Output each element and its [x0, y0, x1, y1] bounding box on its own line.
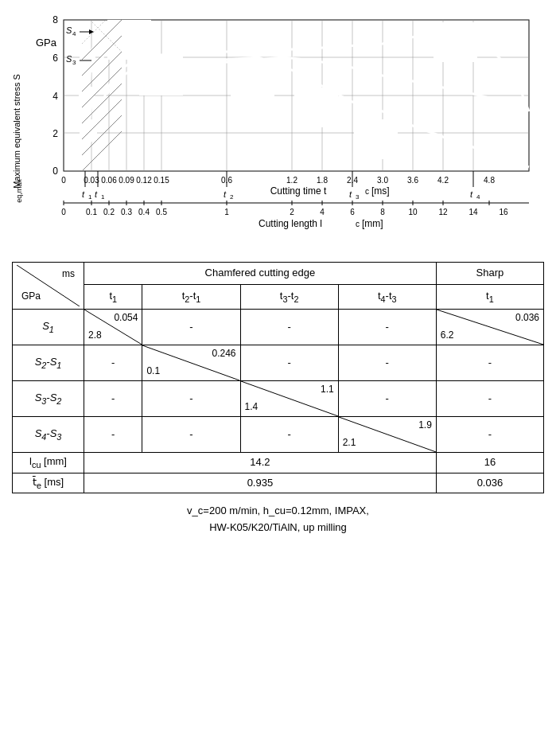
- t1-second-label: t: [95, 189, 98, 199]
- footer-line1: v_c=200 m/min, h_cu=0.12mm, IMPAX,: [12, 503, 544, 520]
- row-s4s3: S4-S3 - - - 1.9 2.1 -: [13, 417, 544, 453]
- col-t4t3: t4-t3: [338, 285, 436, 310]
- s4-sub: 4: [72, 30, 76, 37]
- row-label-s4s3: S4-S3: [13, 417, 84, 453]
- lcu-label-cell: lcu [mm]: [13, 453, 84, 473]
- row-label-s3s2: S3-S2: [13, 381, 84, 417]
- len-tick-10: 10: [408, 208, 418, 216]
- len-tick-0: 0: [61, 208, 66, 216]
- s2s1-sharp: -: [436, 345, 543, 381]
- s4s3-t3t2: -: [240, 417, 338, 453]
- s4-label: S: [66, 25, 72, 35]
- lcu-chamfered-cell: 14.2: [84, 453, 437, 473]
- len-tick-2: 2: [290, 208, 294, 216]
- y-tick-8: 8: [52, 14, 58, 25]
- s3s2-t3t2-cell: 1.1 1.4: [240, 381, 338, 417]
- footer-text: v_c=200 m/min, h_cu=0.12mm, IMPAX, HW-K0…: [12, 503, 544, 536]
- t2-label: t: [224, 189, 227, 199]
- s2s1-t2t1-top: 0.246: [212, 348, 236, 360]
- x-axis-sub2: c: [356, 220, 360, 228]
- x-tick-012: 0.12: [136, 176, 152, 185]
- len-tick-4: 4: [320, 208, 325, 216]
- x-tick-0: 0: [61, 176, 66, 185]
- te-chamfered-cell: 0.935: [84, 473, 437, 493]
- s3s2-t3t2-top: 1.1: [321, 384, 334, 396]
- len-tick-14: 14: [469, 208, 478, 216]
- header-row-2: t1 t2-t1 t3-t2 t4-t3 t1: [13, 285, 544, 310]
- s2s1-t1: -: [84, 345, 142, 381]
- s3s2-t2t1: -: [142, 381, 240, 417]
- te-label-cell: t̄e [ms]: [13, 473, 84, 493]
- t1-second-sub: 1: [101, 193, 105, 201]
- len-tick-01: 0.1: [86, 208, 97, 216]
- row-s1: S1 0.054 2.8 - - -: [13, 310, 544, 345]
- chamfered-header: Chamfered cutting edge: [84, 263, 437, 285]
- s1-t4t3: -: [338, 310, 436, 345]
- len-tick-12: 12: [438, 208, 448, 216]
- s2s1-t2t1-bottom: 0.1: [146, 365, 160, 378]
- s2s1-t3t2: -: [240, 345, 338, 381]
- s4s3-t4t3-bottom: 2.1: [343, 437, 356, 450]
- row-label-s2s1: S2-S1: [13, 345, 84, 381]
- len-tick-04: 0.4: [138, 208, 150, 216]
- stress-marker-2: [79, 87, 93, 104]
- x-tick-009: 0.09: [119, 176, 134, 185]
- x-axis-unit1: [ms]: [371, 185, 390, 197]
- x-tick-48: 4.8: [484, 176, 495, 185]
- stress-marker-5: [139, 56, 183, 95]
- len-tick-05: 0.5: [156, 208, 167, 216]
- page-container: Maximum equivalent stress S eq,max GPa 8…: [0, 0, 556, 544]
- s2s1-t4t3: -: [338, 345, 436, 381]
- y-tick-0: 0: [52, 166, 58, 177]
- chart-area: Maximum equivalent stress S eq,max GPa 8…: [12, 8, 544, 257]
- row-te: t̄e [ms] 0.935 0.036: [13, 473, 544, 493]
- len-tick-8: 8: [380, 208, 385, 216]
- sharp-header: Sharp: [436, 263, 543, 285]
- stress-marker-9: [434, 22, 477, 62]
- x-axis-label1: Cutting time t: [270, 185, 327, 197]
- len-tick-16: 16: [499, 208, 508, 216]
- t3-sub: 3: [356, 193, 360, 201]
- col-sharp-t1: t1: [436, 285, 543, 310]
- y-tick-6: 6: [52, 53, 58, 64]
- footer-line2: HW-K05/K20/TiAlN, up milling: [12, 520, 544, 536]
- corner-top-label: ms: [62, 268, 75, 281]
- t2-sub: 2: [230, 193, 234, 201]
- s4s3-t2t1: -: [142, 417, 240, 453]
- stress-marker-7: [294, 88, 338, 127]
- s1-t1-top: 0.054: [114, 312, 138, 325]
- col-t1: t1: [84, 285, 142, 310]
- s3s2-t3t2-bottom: 1.4: [245, 401, 259, 414]
- col-t2t1: t2-t1: [142, 285, 240, 310]
- x-tick-003: 0.03: [84, 176, 99, 185]
- s1-t2t1: -: [142, 310, 240, 345]
- y-tick-2: 2: [52, 128, 58, 139]
- len-tick-1: 1: [224, 208, 229, 216]
- data-table: ms GPa Chamfered cutting edge Sharp t1 t…: [12, 262, 544, 493]
- corner-cell: ms GPa: [13, 263, 84, 310]
- s4s3-t4t3-top: 1.9: [418, 419, 432, 432]
- row-s3s2: S3-S2 - - 1.1 1.4 - -: [13, 381, 544, 417]
- s1-t1-cell: 0.054 2.8: [84, 310, 142, 345]
- s1-sharp-top: 0.036: [515, 312, 539, 325]
- s4s3-sharp: -: [436, 417, 543, 453]
- x-tick-36: 3.6: [407, 176, 418, 185]
- x-tick-12: 1.2: [286, 176, 297, 185]
- t3-label: t: [349, 189, 352, 199]
- stress-marker-3: [80, 52, 95, 72]
- len-tick-02: 0.2: [103, 208, 115, 216]
- s1-sharp-cell: 0.036 6.2: [436, 310, 543, 345]
- t4-sub: 4: [476, 193, 480, 201]
- row-s2s1: S2-S1 - 0.246 0.1 - - -: [13, 345, 544, 381]
- s3s2-sharp: -: [436, 381, 543, 417]
- s1-sharp-bottom: 6.2: [441, 329, 454, 342]
- s4s3-t1: -: [84, 417, 142, 453]
- x-axis-label2: Cutting length l: [259, 218, 322, 229]
- x-tick-006: 0.06: [101, 176, 117, 185]
- x-tick-30: 3.0: [377, 176, 388, 185]
- s3s2-t1: -: [84, 381, 142, 417]
- x-tick-18: 1.8: [317, 176, 328, 185]
- s3s2-t4t3: -: [338, 381, 436, 417]
- s4s3-t4t3-cell: 1.9 2.1: [338, 417, 436, 453]
- chart-svg: Maximum equivalent stress S eq,max GPa 8…: [12, 8, 544, 255]
